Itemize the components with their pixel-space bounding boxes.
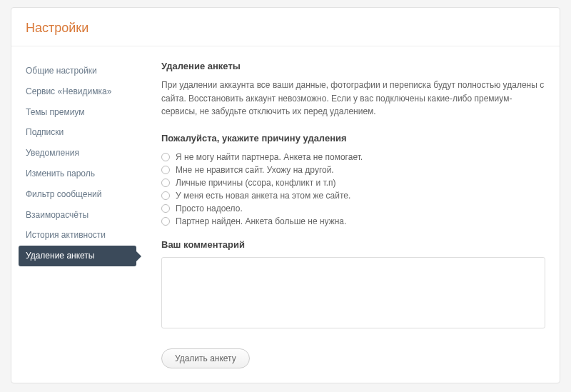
sidebar-item-label: Удаление анкеты: [26, 251, 94, 261]
radio-icon[interactable]: [161, 153, 170, 161]
reason-option-new-profile[interactable]: У меня есть новая анкета на этом же сайт…: [161, 191, 545, 201]
radio-icon[interactable]: [161, 166, 170, 174]
reason-label: Партнер найден. Анкета больше не нужна.: [176, 216, 346, 226]
reason-option-no-partner[interactable]: Я не могу найти партнера. Анкета не помо…: [161, 152, 545, 162]
panel-header: Настройки: [11, 8, 560, 46]
content-area: Удаление анкеты При удалении аккаунта вс…: [136, 61, 545, 368]
reason-option-personal[interactable]: Личные причины (ссора, конфликт и т.п): [161, 178, 545, 188]
reasons-list: Я не могу найти партнера. Анкета не помо…: [161, 152, 545, 226]
sidebar-item-label: Уведомления: [26, 148, 79, 158]
comment-textarea[interactable]: [161, 257, 545, 328]
sidebar-item-delete-profile[interactable]: Удаление анкеты: [19, 246, 136, 266]
sidebar-item-message-filter[interactable]: Фильтр сообщений: [19, 184, 136, 205]
sidebar-item-change-password[interactable]: Изменить пароль: [19, 164, 136, 184]
radio-icon[interactable]: [161, 179, 170, 187]
reason-label: У меня есть новая анкета на этом же сайт…: [176, 191, 350, 201]
sidebar-item-premium-themes[interactable]: Темы премиум: [19, 102, 136, 123]
radio-icon[interactable]: [161, 217, 170, 226]
sidebar-item-invisible[interactable]: Сервис «Невидимка»: [19, 81, 136, 102]
sidebar-item-label: Подписки: [26, 127, 64, 137]
settings-sidebar: Общие настройки Сервис «Невидимка» Темы …: [11, 61, 136, 368]
section-title: Удаление анкеты: [161, 61, 545, 71]
panel-body: Общие настройки Сервис «Невидимка» Темы …: [11, 46, 560, 383]
sidebar-item-subscriptions[interactable]: Подписки: [19, 122, 136, 143]
sidebar-item-label: Сервис «Невидимка»: [26, 86, 111, 96]
sidebar-item-label: Темы премиум: [26, 107, 84, 117]
reason-label: Просто надоело.: [176, 203, 243, 213]
sidebar-item-label: Изменить пароль: [26, 169, 95, 179]
radio-icon[interactable]: [161, 204, 170, 213]
reason-label: Мне не нравится сайт. Ухожу на другой.: [176, 165, 334, 175]
sidebar-item-label: Взаиморасчёты: [26, 210, 89, 220]
reason-label: Личные причины (ссора, конфликт и т.п): [176, 178, 336, 188]
reason-option-bored[interactable]: Просто надоело.: [161, 203, 545, 213]
sidebar-item-general[interactable]: Общие настройки: [19, 61, 136, 81]
delete-profile-button[interactable]: Удалить анкету: [161, 348, 250, 368]
sidebar-item-label: Фильтр сообщений: [26, 189, 101, 199]
sidebar-item-label: История активности: [26, 230, 106, 240]
sidebar-item-billing[interactable]: Взаиморасчёты: [19, 205, 136, 226]
sidebar-item-notifications[interactable]: Уведомления: [19, 143, 136, 164]
reason-option-found-partner[interactable]: Партнер найден. Анкета больше не нужна.: [161, 216, 545, 226]
radio-icon[interactable]: [161, 191, 170, 200]
intro-text: При удалении аккаунта все ваши данные, ф…: [161, 79, 545, 119]
page-title: Настройки: [26, 21, 545, 36]
sidebar-item-activity-history[interactable]: История активности: [19, 225, 136, 246]
comment-label: Ваш комментарий: [161, 239, 545, 250]
reason-option-dislike-site[interactable]: Мне не нравится сайт. Ухожу на другой.: [161, 165, 545, 175]
reason-label: Я не могу найти партнера. Анкета не помо…: [176, 152, 363, 162]
sidebar-item-label: Общие настройки: [26, 66, 97, 76]
settings-panel: Настройки Общие настройки Сервис «Невиди…: [11, 7, 560, 383]
reason-heading: Пожалуйста, укажите причину удаления: [161, 133, 545, 144]
